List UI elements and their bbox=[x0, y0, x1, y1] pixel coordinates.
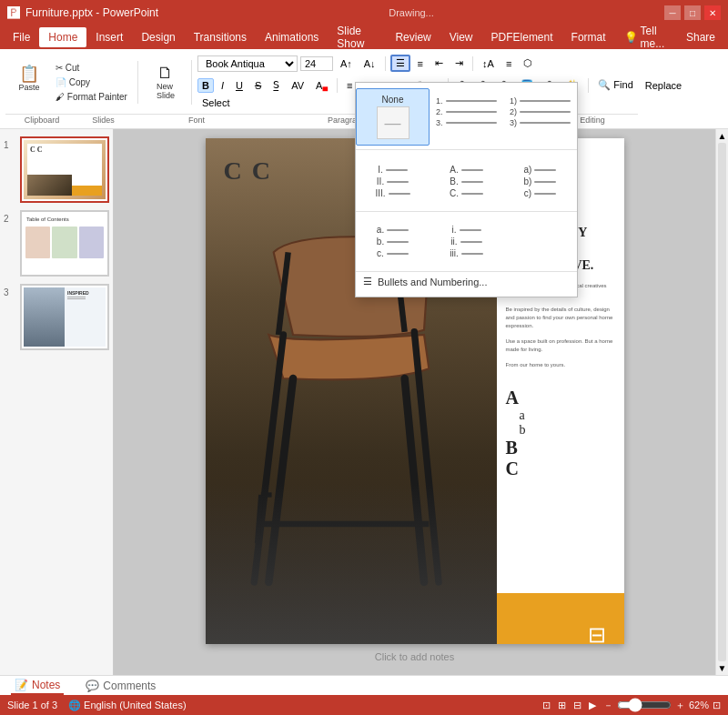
dropdown-num-paren[interactable]: 1) 2) 3) bbox=[503, 88, 577, 146]
menu-home[interactable]: Home bbox=[39, 27, 86, 47]
shadow-button[interactable]: S̲ bbox=[268, 77, 284, 93]
zoom-slider[interactable] bbox=[617, 698, 672, 712]
num-paren-preview: 1) 2) 3) bbox=[508, 95, 572, 129]
dropdown-alpha-lower: a. b. c. bbox=[356, 214, 430, 269]
numbered-list-button[interactable]: ≡ bbox=[413, 56, 428, 71]
slides-group: 🗋 NewSlide bbox=[140, 60, 192, 105]
alpha-C: C. bbox=[448, 187, 485, 199]
menu-pdfelement[interactable]: PDFElement bbox=[482, 27, 562, 47]
nump2: 2) bbox=[510, 107, 517, 116]
menu-file[interactable]: File bbox=[4, 27, 39, 47]
dropdown-none[interactable]: None — bbox=[356, 88, 430, 146]
menu-slideshow[interactable]: Slide Show bbox=[328, 27, 386, 47]
slides-label: Slides bbox=[78, 114, 128, 126]
menu-insert[interactable]: Insert bbox=[86, 27, 132, 47]
copy-button[interactable]: 📄 Copy bbox=[51, 76, 132, 89]
replace-button[interactable]: Replace bbox=[641, 78, 686, 93]
font-size-input[interactable] bbox=[300, 56, 333, 71]
slide-thumb-3[interactable]: INSPIRED bbox=[20, 284, 109, 350]
menu-format[interactable]: Format bbox=[562, 27, 615, 47]
strikethrough-button[interactable]: S bbox=[250, 78, 266, 93]
dropdown-alpha-upper: A. B. C. bbox=[430, 154, 503, 209]
fit-page-button[interactable]: ⊡ bbox=[713, 700, 721, 711]
close-button[interactable]: ✕ bbox=[704, 5, 721, 20]
roman-lower-option[interactable]: i. ii. iii. bbox=[431, 217, 501, 266]
slide-number-3: 3 bbox=[4, 287, 9, 297]
view-outline-icon[interactable]: ⊞ bbox=[558, 700, 566, 711]
menu-view[interactable]: View bbox=[440, 27, 482, 47]
none-icon: — bbox=[385, 114, 401, 133]
bullet-list-button[interactable]: ☰ bbox=[390, 55, 410, 72]
dropdown-alpha-paren-upper: a) b) c) bbox=[503, 154, 577, 209]
slide-thumb-inner-1: C C bbox=[24, 140, 106, 199]
align-text-button[interactable]: ≡ bbox=[501, 56, 516, 71]
zoom-out-button[interactable]: － bbox=[603, 699, 613, 712]
zoom-in-button[interactable]: ＋ bbox=[675, 699, 685, 712]
view-normal-icon[interactable]: ⊡ bbox=[542, 700, 551, 711]
lower-b: b. bbox=[375, 236, 410, 247]
text-dir-button[interactable]: ↕A bbox=[478, 56, 499, 71]
none-preview: — bbox=[377, 106, 410, 139]
scroll-down-button[interactable]: ▼ bbox=[716, 663, 728, 675]
orange-bar: ⊟ bbox=[497, 593, 624, 644]
font-color-button[interactable]: A▄ bbox=[311, 78, 332, 93]
language-icon: 🌐 bbox=[68, 700, 81, 711]
alpha-B: B. bbox=[448, 176, 484, 187]
font-label: Font bbox=[128, 114, 265, 126]
app-icon: 🅿 bbox=[7, 5, 20, 20]
alpha-upper-option[interactable]: A. B. C. bbox=[431, 157, 501, 206]
format-painter-button[interactable]: 🖌 Format Painter bbox=[51, 90, 132, 104]
menu-transitions[interactable]: Transitions bbox=[185, 27, 256, 47]
dropdown-num-period[interactable]: 1. 2. 3. bbox=[430, 88, 503, 146]
num3: 3. bbox=[436, 118, 443, 127]
underline-button[interactable]: U bbox=[231, 78, 248, 93]
menu-share[interactable]: Share bbox=[677, 27, 724, 47]
notes-icon: 📝 bbox=[15, 679, 28, 691]
bold-button[interactable]: B bbox=[197, 78, 214, 93]
maximize-button[interactable]: □ bbox=[684, 5, 701, 20]
menu-animations[interactable]: Animations bbox=[256, 27, 328, 47]
italic-button[interactable]: I bbox=[217, 78, 228, 93]
increase-indent-button[interactable]: ⇥ bbox=[450, 55, 468, 71]
notes-tab[interactable]: 📝 Notes bbox=[11, 677, 64, 695]
num-period-preview: 1. 2. 3. bbox=[434, 95, 499, 129]
font-family-select[interactable]: Book Antiqua bbox=[197, 55, 298, 72]
slide-thumb-1[interactable]: C C bbox=[20, 136, 109, 203]
slide-letter-a-small: a bbox=[520, 408, 615, 423]
drawing-label: Drawing... bbox=[389, 7, 434, 18]
num1: 1. bbox=[436, 96, 443, 106]
language-indicator: 🌐 English (United States) bbox=[68, 700, 187, 711]
font-controls: Book Antiqua A↑ A↓ ☰ ≡ ⇤ ⇥ ↕A ≡ ⬡ bbox=[194, 53, 724, 74]
cut-button[interactable]: ✂ Cut bbox=[51, 61, 132, 75]
slide-letter-c-large: C bbox=[506, 458, 615, 479]
font-grow-button[interactable]: A↑ bbox=[336, 56, 357, 71]
find-button[interactable]: 🔍 Find bbox=[593, 77, 637, 93]
bullets-numbering-button[interactable]: ☰ Bullets and Numbering... bbox=[356, 271, 577, 291]
smartart-button[interactable]: ⬡ bbox=[519, 55, 537, 71]
comments-tab[interactable]: 💬 Comments bbox=[82, 678, 159, 694]
roman-i: i. bbox=[450, 224, 483, 236]
scroll-up-button[interactable]: ▲ bbox=[716, 129, 728, 141]
menu-design[interactable]: Design bbox=[132, 27, 184, 47]
add-notes-area[interactable]: Click to add notes bbox=[206, 648, 624, 666]
dropdown-divider1 bbox=[356, 149, 577, 150]
slide-thumb-2[interactable]: Table of Contents bbox=[20, 210, 109, 277]
view-slideshow-icon[interactable]: ▶ bbox=[589, 700, 596, 711]
menu-tell-me[interactable]: 💡Tell me... bbox=[615, 27, 677, 47]
decrease-indent-button[interactable]: ⇤ bbox=[430, 55, 448, 71]
dropdown-row1: None — 1. 2. 3. 1) 2) 3) bbox=[356, 88, 577, 146]
paste-button[interactable]: 📋 Paste bbox=[9, 61, 49, 96]
lower-c: c. bbox=[375, 247, 410, 259]
bullets-numbering-label: Bullets and Numbering... bbox=[378, 277, 487, 287]
minimize-button[interactable]: ─ bbox=[664, 5, 681, 20]
view-reading-icon[interactable]: ⊟ bbox=[573, 700, 581, 711]
title-text: Furniture.pptx - PowerPoint bbox=[25, 6, 158, 19]
alpha-paren-upper-option[interactable]: a) b) c) bbox=[505, 157, 575, 206]
new-slide-button[interactable]: 🗋 NewSlide bbox=[146, 60, 186, 105]
alpha-lower-option[interactable]: a. b. c. bbox=[358, 217, 428, 266]
menu-review[interactable]: Review bbox=[386, 27, 440, 47]
char-spacing-button[interactable]: AV bbox=[287, 78, 308, 93]
roman-upper-option[interactable]: I. II. III. bbox=[358, 157, 428, 206]
select-button[interactable]: Select bbox=[197, 96, 235, 110]
font-shrink-button[interactable]: A↓ bbox=[359, 56, 380, 71]
